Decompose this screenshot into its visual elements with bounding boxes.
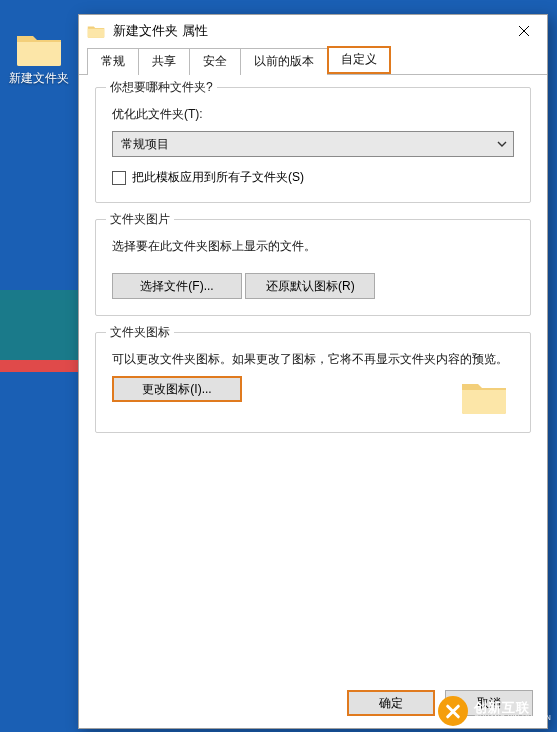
chevron-down-icon: [497, 139, 507, 149]
wallpaper-stripe-red: [0, 360, 80, 372]
tab-previous[interactable]: 以前的版本: [240, 48, 328, 75]
picture-help: 选择要在此文件夹图标上显示的文件。: [112, 238, 514, 255]
change-icon-button[interactable]: 更改图标(I)...: [112, 376, 242, 402]
group-folder-picture-legend: 文件夹图片: [106, 211, 174, 228]
wallpaper-stripe-teal: [0, 290, 80, 360]
close-button[interactable]: [501, 15, 547, 47]
brand-logo-icon: [438, 696, 468, 726]
optimize-combo[interactable]: 常规项目: [112, 131, 514, 157]
brand-watermark: 创新互联 CHUANG XIN HU LIAN: [438, 696, 551, 726]
tab-general[interactable]: 常规: [87, 48, 139, 75]
brand-name-en: CHUANG XIN HU LIAN: [474, 714, 551, 721]
folder-icon: [460, 376, 508, 416]
group-folder-type-legend: 你想要哪种文件夹?: [106, 79, 217, 96]
desktop-folder-label: 新建文件夹: [9, 70, 69, 87]
tab-panel-customize: 你想要哪种文件夹? 优化此文件夹(T): 常规项目 把此模板应用到所有子文件夹(…: [79, 75, 547, 678]
tab-sharing[interactable]: 共享: [138, 48, 190, 75]
dialog-title: 新建文件夹 属性: [113, 22, 208, 40]
apply-children-checkbox[interactable]: [112, 171, 126, 185]
titlebar[interactable]: 新建文件夹 属性: [79, 15, 547, 47]
optimize-label: 优化此文件夹(T):: [112, 106, 514, 123]
apply-children-row[interactable]: 把此模板应用到所有子文件夹(S): [112, 169, 514, 186]
group-folder-picture: 文件夹图片 选择要在此文件夹图标上显示的文件。 选择文件(F)... 还原默认图…: [95, 219, 531, 316]
close-icon: [518, 25, 530, 37]
optimize-combo-value: 常规项目: [121, 136, 169, 153]
ok-button[interactable]: 确定: [347, 690, 435, 716]
apply-children-label: 把此模板应用到所有子文件夹(S): [132, 169, 304, 186]
properties-dialog: 新建文件夹 属性 常规 共享 安全 以前的版本 自定义 你想要哪种文件夹? 优化…: [78, 14, 548, 729]
restore-default-button[interactable]: 还原默认图标(R): [245, 273, 375, 299]
tab-strip: 常规 共享 安全 以前的版本 自定义: [79, 47, 547, 75]
folder-icon: [15, 28, 63, 68]
folder-icon: [87, 23, 105, 39]
group-folder-icon: 文件夹图标 可以更改文件夹图标。如果更改了图标，它将不再显示文件夹内容的预览。 …: [95, 332, 531, 433]
group-folder-icon-legend: 文件夹图标: [106, 324, 174, 341]
icon-help: 可以更改文件夹图标。如果更改了图标，它将不再显示文件夹内容的预览。: [112, 351, 514, 368]
group-folder-type: 你想要哪种文件夹? 优化此文件夹(T): 常规项目 把此模板应用到所有子文件夹(…: [95, 87, 531, 203]
choose-file-button[interactable]: 选择文件(F)...: [112, 273, 242, 299]
tab-customize[interactable]: 自定义: [327, 46, 391, 74]
brand-name-cn: 创新互联: [474, 701, 551, 714]
tab-security[interactable]: 安全: [189, 48, 241, 75]
desktop-folder[interactable]: 新建文件夹: [4, 28, 74, 87]
